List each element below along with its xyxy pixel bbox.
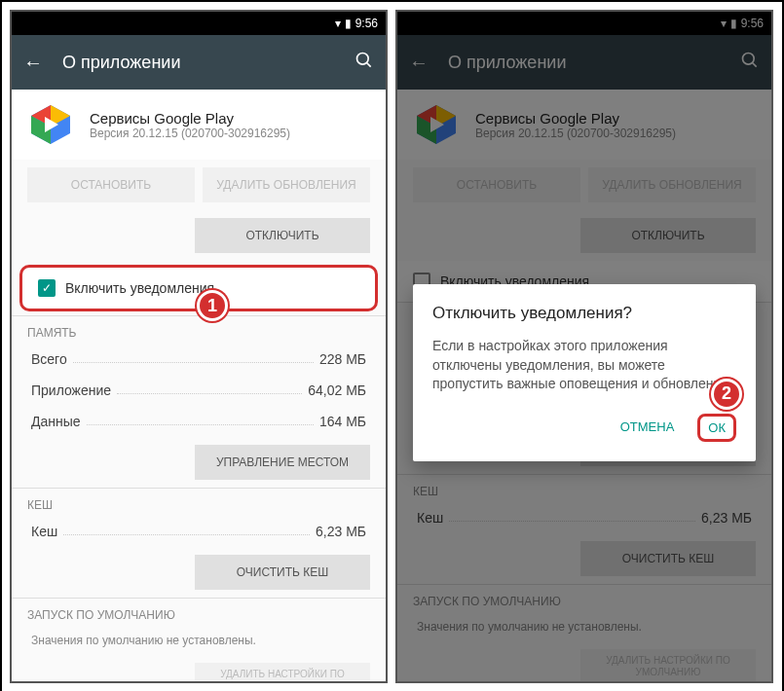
phone-right: ▾ ▮ 9:56 ← О приложении Сервисы Google P… — [395, 10, 773, 683]
app-name: Сервисы Google Play — [90, 110, 290, 127]
launch-info: Значения по умолчанию не установлены. — [12, 626, 386, 655]
memory-data-row: Данные164 МБ — [12, 406, 386, 437]
status-bar: ▾ ▮ 9:56 — [12, 12, 386, 35]
step-badge-1: 1 — [197, 290, 228, 321]
clear-defaults-button[interactable]: УДАЛИТЬ НАСТРОЙКИ ПО УМОЛЧАНИЮ — [195, 663, 370, 683]
cache-row: Кеш6,23 МБ — [12, 516, 386, 547]
search-icon[interactable] — [355, 51, 374, 75]
notifications-label: Включить уведомления — [65, 280, 214, 296]
phone-left: ▾ ▮ 9:56 ← О приложении Сервисы Google P… — [10, 10, 388, 683]
wifi-icon: ▾ — [335, 17, 341, 30]
app-version: Версия 20.12.15 (020700-302916295) — [90, 127, 290, 140]
play-services-icon — [27, 101, 74, 148]
app-bar: ← О приложении — [12, 35, 386, 90]
uninstall-updates-button[interactable]: УДАЛИТЬ ОБНОВЛЕНИЯ — [203, 167, 370, 202]
appbar-title: О приложении — [62, 53, 355, 73]
app-info-row: Сервисы Google Play Версия 20.12.15 (020… — [12, 90, 386, 160]
dialog-body: Если в настройках этого приложения отклю… — [432, 337, 736, 394]
stop-button[interactable]: ОСТАНОВИТЬ — [27, 167, 195, 202]
section-launch: ЗАПУСК ПО УМОЛЧАНИЮ — [12, 598, 386, 626]
clock: 9:56 — [355, 17, 378, 30]
cancel-button[interactable]: ОТМЕНА — [613, 414, 683, 442]
memory-total-row: Всего228 МБ — [12, 344, 386, 375]
svg-point-0 — [357, 53, 369, 64]
notifications-checkbox[interactable]: ✓ — [38, 279, 56, 297]
section-cache: КЕШ — [12, 488, 386, 516]
back-icon[interactable]: ← — [23, 52, 43, 74]
step-badge-2: 2 — [711, 379, 742, 410]
ok-button[interactable]: ОК — [697, 414, 736, 442]
svg-line-1 — [367, 62, 371, 66]
battery-icon: ▮ — [345, 17, 352, 30]
manage-storage-button[interactable]: УПРАВЛЕНИЕ МЕСТОМ — [195, 445, 370, 480]
memory-app-row: Приложение64,02 МБ — [12, 375, 386, 406]
dialog-title: Отключить уведомления? — [432, 304, 736, 323]
clear-cache-button[interactable]: ОЧИСТИТЬ КЕШ — [195, 555, 370, 590]
section-memory: ПАМЯТЬ — [12, 315, 386, 344]
disable-button[interactable]: ОТКЛЮЧИТЬ — [195, 218, 370, 253]
disable-notifications-dialog: Отключить уведомления? Если в настройках… — [413, 284, 756, 461]
